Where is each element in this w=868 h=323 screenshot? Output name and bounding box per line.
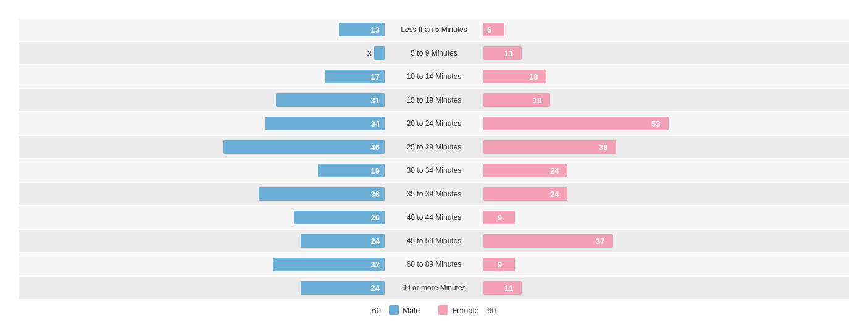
female-value-inside: 37 [596,237,611,246]
male-value-inside: 24 [365,237,380,246]
female-value-inside: 9 [498,213,512,222]
chart-row: 3 5 to 9 Minutes 11 [19,42,849,64]
male-side: 24 [19,281,385,295]
female-bar: 37 [483,234,613,248]
female-value-inside: 19 [533,96,548,105]
male-bar: 34 [265,117,385,130]
chart-row: 24 45 to 59 Minutes 37 [19,230,849,252]
female-side: 11 [483,281,849,295]
chart-row: 26 40 to 44 Minutes 9 [19,206,849,229]
female-value-inside: 6 [487,25,502,35]
legend-male: Male [389,305,420,315]
category-label: 60 to 89 Minutes [385,260,483,269]
bottom-labels: 60 Male Female 60 [19,305,849,315]
female-bar: 6 [483,23,504,36]
chart-row: 32 60 to 89 Minutes 9 [19,253,849,275]
male-legend-box [389,305,399,315]
female-bar: 9 [483,258,515,271]
male-side: 13 [19,23,385,36]
female-value-inside: 9 [498,260,512,269]
chart-row: 19 30 to 34 Minutes 24 [19,159,849,182]
chart-row: 24 90 or more Minutes 11 [19,277,849,299]
female-side: 24 [483,187,849,201]
bottom-right-value: 60 [487,306,496,315]
male-legend-label: Male [403,306,420,315]
male-value-inside: 34 [365,119,380,128]
bottom-right: 60 [483,306,849,315]
male-value-inside: 13 [365,25,380,35]
male-bar [374,46,385,60]
male-bar: 17 [325,70,385,83]
male-side: 34 [19,117,385,130]
female-value-inside: 24 [550,190,565,199]
male-bar: 31 [276,93,385,107]
category-label: Less than 5 Minutes [385,25,483,34]
female-bar: 19 [483,93,550,107]
female-side: 37 [483,234,849,248]
bottom-left: 60 [19,306,385,315]
female-legend-box [438,305,448,315]
female-side: 19 [483,93,849,107]
category-label: 30 to 34 Minutes [385,166,483,175]
female-bar: 9 [483,211,515,224]
chart-row: 17 10 to 14 Minutes 18 [19,65,849,88]
female-bar: 38 [483,140,616,154]
category-label: 5 to 9 Minutes [385,49,483,57]
female-value-inside: 24 [550,166,565,175]
male-bar: 24 [301,281,385,295]
male-bar: 19 [318,164,385,177]
male-bar: 46 [223,140,385,154]
male-bar: 36 [259,187,385,201]
chart-row: 13 Less than 5 Minutes 6 [19,19,849,41]
female-side: 9 [483,258,849,271]
male-side: 19 [19,164,385,177]
male-side: 17 [19,70,385,83]
female-value-inside: 11 [504,49,519,58]
category-label: 20 to 24 Minutes [385,119,483,128]
female-side: 11 [483,46,849,60]
female-bar: 24 [483,187,567,201]
female-legend-label: Female [452,306,478,315]
female-side: 24 [483,164,849,177]
category-label: 45 to 59 Minutes [385,237,483,245]
male-side: 32 [19,258,385,271]
male-value-inside: 36 [365,190,380,199]
female-side: 6 [483,23,849,36]
female-side: 38 [483,140,849,154]
male-value-inside: 19 [365,166,380,175]
male-value-inside: 32 [365,260,380,269]
male-bar: 26 [294,211,385,224]
chart-row: 31 15 to 19 Minutes 19 [19,89,849,111]
male-side: 26 [19,211,385,224]
chart-container: 13 Less than 5 Minutes 6 3 5 to 9 Minute… [19,19,849,315]
male-side: 24 [19,234,385,248]
category-label: 90 or more Minutes [385,283,483,292]
male-side: 46 [19,140,385,154]
category-label: 25 to 29 Minutes [385,143,483,151]
female-bar: 11 [483,281,522,295]
bottom-left-value: 60 [372,306,381,315]
legend-female: Female [438,305,478,315]
male-bar: 13 [339,23,385,36]
female-value-inside: 53 [651,119,666,128]
category-label: 15 to 19 Minutes [385,96,483,104]
male-value: 3 [357,49,372,58]
female-value-inside: 11 [504,283,519,293]
male-side: 3 [19,46,385,60]
category-label: 35 to 39 Minutes [385,190,483,198]
female-side: 9 [483,211,849,224]
male-side: 36 [19,187,385,201]
category-label: 40 to 44 Minutes [385,213,483,222]
male-side: 31 [19,93,385,107]
female-bar: 24 [483,164,567,177]
female-side: 18 [483,70,849,83]
male-value-inside: 26 [365,213,380,222]
male-value-inside: 46 [365,143,380,152]
male-value-inside: 31 [365,96,380,105]
female-value-inside: 38 [599,143,614,152]
female-side: 53 [483,117,849,130]
female-bar: 11 [483,46,522,60]
male-value-inside: 17 [365,72,380,82]
chart-row: 36 35 to 39 Minutes 24 [19,183,849,205]
female-bar: 53 [483,117,669,130]
